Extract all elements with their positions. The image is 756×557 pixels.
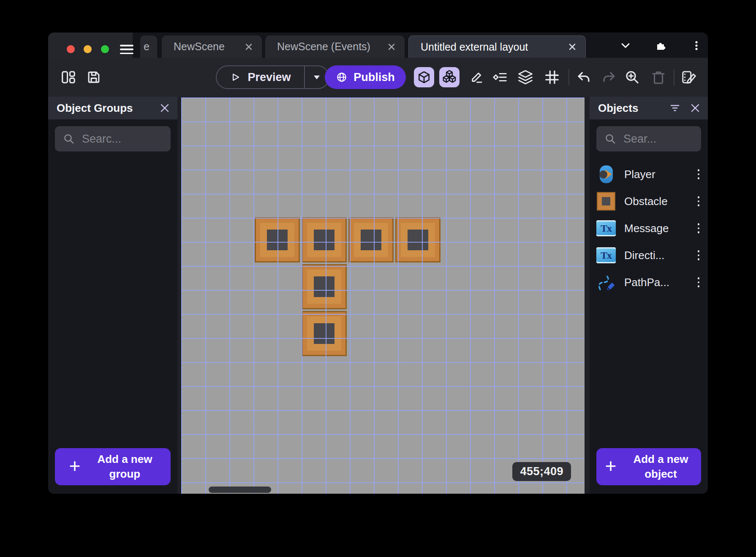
chevron-down-icon[interactable] bbox=[620, 40, 631, 51]
puzzle-extensions-icon[interactable] bbox=[655, 40, 666, 51]
object-menu-kebab-icon[interactable] bbox=[696, 195, 701, 208]
obstacle-block-instance[interactable] bbox=[302, 217, 347, 262]
trash-icon[interactable] bbox=[650, 69, 666, 85]
canvas-blocks bbox=[181, 97, 585, 494]
obstacle-block-instance[interactable] bbox=[302, 311, 347, 356]
cursor-coordinates-badge: 455;409 bbox=[512, 462, 571, 481]
close-icon[interactable] bbox=[690, 103, 700, 113]
app-window: e NewScene NewScene (Events) Untitled ex… bbox=[48, 32, 708, 494]
tab-close-icon[interactable] bbox=[245, 43, 253, 51]
publish-button[interactable]: Publish bbox=[325, 65, 406, 89]
add-new-object-button[interactable]: + Add a new object bbox=[596, 448, 701, 485]
object-label: PathPa... bbox=[624, 276, 688, 289]
text-object-icon: Tx bbox=[596, 246, 616, 265]
add-group-label: Add a new group bbox=[93, 452, 156, 481]
tab-close-icon[interactable] bbox=[388, 43, 395, 51]
tab-untitled-external-layout[interactable]: Untitled external layout bbox=[408, 35, 586, 58]
globe-icon bbox=[336, 71, 348, 83]
object-row-message[interactable]: Tx Message bbox=[596, 215, 701, 242]
object-row-obstacle[interactable]: Obstacle bbox=[596, 188, 701, 215]
object-groups-header: Object Groups bbox=[48, 97, 177, 119]
object-label: Directi... bbox=[624, 249, 688, 262]
preview-label: Preview bbox=[247, 71, 291, 84]
object-row-pathpaint[interactable]: PathPa... bbox=[596, 269, 701, 296]
minimize-window-button[interactable] bbox=[84, 45, 92, 53]
toolbar-separator bbox=[568, 69, 569, 86]
zoom-window-button[interactable] bbox=[101, 45, 109, 53]
objects-title: Objects bbox=[598, 102, 660, 115]
close-window-button[interactable] bbox=[67, 45, 75, 53]
tab-label: NewScene bbox=[174, 41, 225, 53]
objects-list: Player Obstacle Tx Message bbox=[596, 161, 701, 296]
player-sprite-icon bbox=[596, 165, 616, 184]
project-manager-icon[interactable] bbox=[60, 69, 76, 85]
add-object-label: Add a new object bbox=[629, 452, 692, 481]
edit-objects-mode-button[interactable] bbox=[414, 67, 434, 87]
preview-button-main[interactable]: Preview bbox=[217, 66, 304, 88]
dropdown-caret-icon bbox=[314, 76, 320, 79]
object-label: Player bbox=[624, 168, 688, 181]
object-row-player[interactable]: Player bbox=[596, 161, 701, 188]
preview-button[interactable]: Preview bbox=[216, 65, 329, 89]
hamburger-menu-icon[interactable] bbox=[120, 45, 133, 54]
object-groups-panel: Object Groups Searc... + Add a new group bbox=[48, 97, 177, 494]
search-icon bbox=[605, 133, 616, 144]
search-placeholder: Searc... bbox=[82, 132, 121, 146]
instances-list-icon[interactable] bbox=[492, 69, 508, 85]
object-groups-body: Searc... + Add a new group bbox=[48, 119, 177, 494]
obstacle-sprite-icon bbox=[596, 192, 616, 211]
edit-scene-icon[interactable] bbox=[681, 69, 697, 85]
objects-search-input[interactable]: Sear... bbox=[596, 126, 701, 151]
object-menu-kebab-icon[interactable] bbox=[696, 249, 701, 262]
obstacle-block-instance[interactable] bbox=[255, 217, 300, 262]
save-icon[interactable] bbox=[86, 69, 102, 85]
obstacle-block-instance[interactable] bbox=[302, 264, 347, 309]
obstacle-block-instance[interactable] bbox=[395, 217, 441, 262]
object-menu-kebab-icon[interactable] bbox=[696, 168, 701, 181]
zoom-in-icon[interactable] bbox=[624, 69, 640, 85]
content-area: Object Groups Searc... + Add a new group bbox=[48, 97, 708, 494]
plus-icon: + bbox=[69, 456, 81, 476]
object-groups-search-input[interactable]: Searc... bbox=[55, 126, 171, 151]
tab-newscene[interactable]: NewScene bbox=[162, 35, 262, 58]
search-icon bbox=[63, 133, 74, 144]
titlebar: e NewScene NewScene (Events) Untitled ex… bbox=[48, 32, 708, 58]
edit-instances-mode-button[interactable] bbox=[439, 67, 460, 87]
add-new-group-button[interactable]: + Add a new group bbox=[55, 448, 171, 485]
tab-overflow-fragment[interactable]: e bbox=[140, 35, 157, 58]
object-label: Message bbox=[624, 222, 688, 235]
scene-canvas[interactable]: 455;409 bbox=[181, 97, 585, 494]
redo-icon[interactable] bbox=[601, 69, 617, 85]
tab-label: NewScene (Events) bbox=[277, 41, 370, 53]
grid-icon[interactable] bbox=[544, 69, 560, 85]
play-icon bbox=[230, 72, 241, 83]
kebab-menu-icon[interactable] bbox=[691, 40, 702, 51]
tab-label: Untitled external layout bbox=[421, 41, 528, 53]
object-row-directions[interactable]: Tx Directi... bbox=[596, 242, 701, 269]
objects-body: Sear... Player Obstacle bbox=[590, 119, 708, 494]
objects-panel: Objects Sear... bbox=[590, 97, 708, 494]
object-groups-title: Object Groups bbox=[57, 102, 150, 115]
toolbar: Preview Publish bbox=[48, 58, 708, 97]
filter-icon[interactable] bbox=[670, 103, 680, 113]
obstacle-block-instance[interactable] bbox=[348, 217, 394, 262]
path-paint-icon bbox=[596, 273, 616, 292]
layers-icon[interactable] bbox=[517, 69, 533, 85]
horizontal-scrollbar[interactable] bbox=[209, 487, 271, 493]
close-icon[interactable] bbox=[160, 103, 170, 113]
tab-fragment-label: e bbox=[144, 41, 150, 53]
tab-newscene-events[interactable]: NewScene (Events) bbox=[265, 35, 405, 58]
cubes-stack-icon bbox=[442, 70, 457, 85]
objects-header: Objects bbox=[590, 97, 708, 119]
publish-label: Publish bbox=[354, 71, 395, 84]
undo-icon[interactable] bbox=[576, 69, 592, 85]
tab-close-icon[interactable] bbox=[568, 43, 576, 51]
toolbar-separator bbox=[674, 69, 674, 86]
pencil-icon[interactable] bbox=[468, 69, 484, 85]
plus-icon: + bbox=[605, 456, 617, 476]
object-label: Obstacle bbox=[624, 195, 688, 208]
object-menu-kebab-icon[interactable] bbox=[696, 276, 701, 289]
text-object-icon: Tx bbox=[596, 219, 616, 238]
cube-icon bbox=[417, 70, 431, 84]
object-menu-kebab-icon[interactable] bbox=[696, 222, 701, 235]
